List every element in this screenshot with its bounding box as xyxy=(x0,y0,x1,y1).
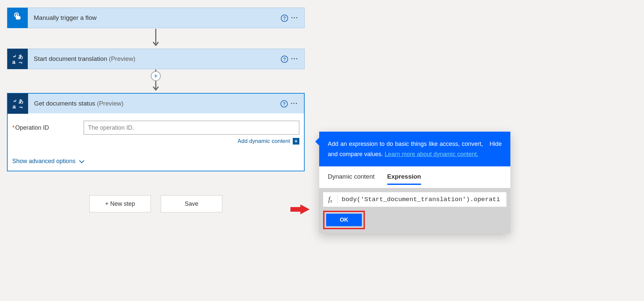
field-label-operation-id: *Operation ID xyxy=(12,124,78,131)
new-step-button[interactable]: + New step xyxy=(89,195,151,212)
save-button[interactable]: Save xyxy=(161,195,222,212)
svg-text:⤾: ⤾ xyxy=(13,98,17,103)
svg-text:a: a xyxy=(12,59,16,65)
help-button[interactable]: ? xyxy=(278,100,291,108)
step-body: *Operation ID Add dynamic content + Show… xyxy=(7,113,305,171)
svg-text:⤳: ⤳ xyxy=(19,60,22,65)
touch-icon xyxy=(7,8,28,28)
svg-text:⤾: ⤾ xyxy=(13,54,17,59)
show-advanced-link[interactable]: Show advanced options xyxy=(12,158,85,165)
plus-icon[interactable]: + xyxy=(293,138,299,145)
add-step-button[interactable]: + xyxy=(151,71,161,81)
step-title: Manually trigger a flow xyxy=(28,14,278,22)
help-icon: ? xyxy=(281,15,288,22)
flow-step-get-status: ⤾ あ a ⤳ Get documents status (Preview) ?… xyxy=(7,93,305,171)
expression-panel: Add an expression to do basic things lik… xyxy=(319,132,510,233)
help-button[interactable]: ? xyxy=(278,14,291,22)
panel-header: Add an expression to do basic things lik… xyxy=(319,132,510,166)
svg-rect-1 xyxy=(16,14,17,19)
more-button[interactable]: ··· xyxy=(291,100,304,107)
ok-button[interactable]: OK xyxy=(326,214,362,226)
operation-id-input[interactable] xyxy=(84,121,299,135)
tab-dynamic-content[interactable]: Dynamic content xyxy=(328,173,375,185)
add-dynamic-content-link[interactable]: Add dynamic content xyxy=(237,138,290,145)
help-button[interactable]: ? xyxy=(278,55,291,63)
hide-panel-button[interactable]: Hide xyxy=(490,139,502,159)
connector-arrow-add: + xyxy=(7,69,305,93)
panel-caret xyxy=(315,138,319,146)
learn-more-link[interactable]: Learn more about dynamic content. xyxy=(385,151,478,157)
fx-icon: fx xyxy=(323,195,338,204)
more-button[interactable]: ··· xyxy=(291,55,304,63)
translator-icon: ⤾ あ a ⤳ xyxy=(8,93,28,114)
step-header[interactable]: ⤾ あ a ⤳ Get documents status (Preview) ?… xyxy=(7,93,305,113)
svg-text:a: a xyxy=(13,104,16,110)
panel-tabs: Dynamic content Expression xyxy=(319,166,510,188)
flow-step-trigger[interactable]: Manually trigger a flow ? ··· xyxy=(7,8,305,28)
svg-marker-12 xyxy=(290,204,310,214)
svg-text:あ: あ xyxy=(19,98,23,104)
ok-highlight: OK xyxy=(323,211,365,229)
help-icon: ? xyxy=(281,56,288,63)
translator-icon: ⤾ あ a ⤳ xyxy=(7,49,28,69)
tab-expression[interactable]: Expression xyxy=(387,173,421,185)
more-button[interactable]: ··· xyxy=(291,14,304,22)
svg-text:あ: あ xyxy=(18,54,23,59)
footer-actions: + New step Save xyxy=(7,195,305,212)
step-title: Get documents status (Preview) xyxy=(28,100,278,107)
chevron-down-icon xyxy=(79,159,85,163)
flow-step-translate[interactable]: ⤾ あ a ⤳ Start document translation (Prev… xyxy=(7,49,305,69)
red-arrow-annotation xyxy=(290,204,310,215)
flow-canvas: Manually trigger a flow ? ··· ⤾ あ a ⤳ St… xyxy=(7,8,305,212)
expression-input[interactable]: body('Start_document_translation').opera… xyxy=(338,196,506,203)
expression-editor-area: fx body('Start_document_translation').op… xyxy=(319,188,510,233)
help-icon: ? xyxy=(280,100,288,108)
svg-text:⤳: ⤳ xyxy=(19,105,23,110)
step-title: Start document translation (Preview) xyxy=(28,55,278,63)
connector-arrow xyxy=(7,28,305,49)
